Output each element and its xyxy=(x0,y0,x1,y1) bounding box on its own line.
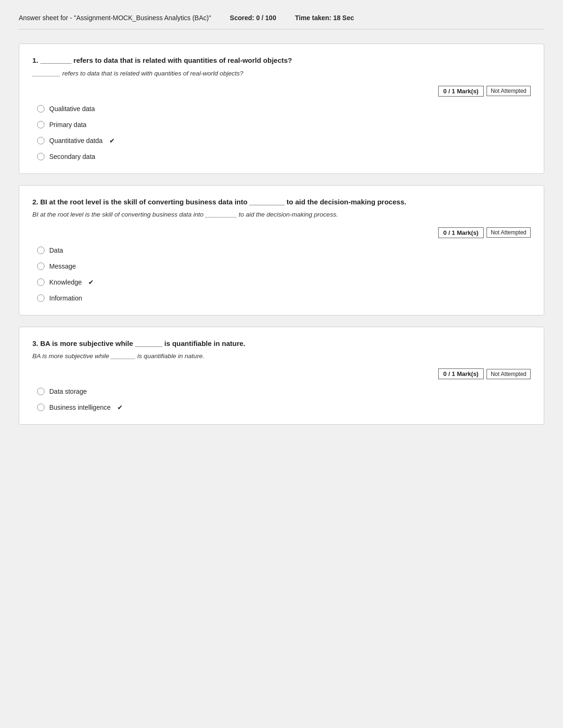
radio-circle-3-1 xyxy=(37,388,45,395)
radio-circle-2-2 xyxy=(37,263,45,270)
option-label-2-1: Data xyxy=(49,247,63,254)
marks-row-2: 0 / 1 Mark(s)Not Attempted xyxy=(32,227,531,238)
option-label-2-4: Information xyxy=(49,294,82,302)
option-label-2-3: Knowledge xyxy=(49,278,82,286)
options-list-1: Qualitative dataPrimary dataQuantitative… xyxy=(32,105,531,160)
option-item-3-1[interactable]: Data storage xyxy=(37,388,531,395)
option-label-3-1: Data storage xyxy=(49,388,87,395)
marks-row-3: 0 / 1 Mark(s)Not Attempted xyxy=(32,368,531,379)
question-card-1: 1. ________ refers to data that is relat… xyxy=(19,44,544,174)
radio-circle-1-4 xyxy=(37,153,45,160)
radio-circle-2-4 xyxy=(37,294,45,302)
option-item-1-3[interactable]: Quantitative datda✔ xyxy=(37,137,531,144)
option-item-2-4[interactable]: Information xyxy=(37,294,531,302)
questions-container: 1. ________ refers to data that is relat… xyxy=(19,44,544,425)
page-header: Answer sheet for - "Assignment-MOCK_Busi… xyxy=(19,9,544,30)
correct-checkmark-2-3: ✔ xyxy=(88,278,94,286)
question-italic-3: BA is more subjective while _______ is q… xyxy=(32,352,531,361)
marks-box-1: 0 / 1 Mark(s) xyxy=(438,86,484,97)
option-item-1-2[interactable]: Primary data xyxy=(37,121,531,128)
radio-circle-3-2 xyxy=(37,404,45,411)
question-text-3: 3. BA is more subjective while _______ i… xyxy=(32,338,531,349)
question-card-3: 3. BA is more subjective while _______ i… xyxy=(19,327,544,425)
question-text-2: 2. BI at the root level is the skill of … xyxy=(32,197,531,208)
option-item-1-4[interactable]: Secondary data xyxy=(37,153,531,160)
status-badge-1: Not Attempted xyxy=(487,86,531,96)
option-label-1-1: Qualitative data xyxy=(49,105,95,113)
option-label-1-2: Primary data xyxy=(49,121,86,128)
status-badge-2: Not Attempted xyxy=(487,227,531,238)
options-list-2: DataMessageKnowledge✔Information xyxy=(32,247,531,302)
marks-box-3: 0 / 1 Mark(s) xyxy=(438,368,484,379)
header-score: Scored: 0 / 100 xyxy=(230,14,276,22)
marks-row-1: 0 / 1 Mark(s)Not Attempted xyxy=(32,86,531,97)
radio-circle-2-3 xyxy=(37,278,45,286)
question-italic-2: BI at the root level is the skill of con… xyxy=(32,210,531,219)
status-badge-3: Not Attempted xyxy=(487,369,531,379)
option-label-3-2: Business intelligence xyxy=(49,404,111,411)
radio-circle-2-1 xyxy=(37,247,45,254)
option-item-2-2[interactable]: Message xyxy=(37,263,531,270)
header-title: Answer sheet for - "Assignment-MOCK_Busi… xyxy=(19,14,211,22)
correct-checkmark-1-3: ✔ xyxy=(109,137,115,144)
option-item-3-2[interactable]: Business intelligence✔ xyxy=(37,404,531,411)
question-italic-1: ________ refers to data that is related … xyxy=(32,69,531,78)
option-label-1-4: Secondary data xyxy=(49,153,95,160)
correct-checkmark-3-2: ✔ xyxy=(117,404,123,411)
radio-circle-1-1 xyxy=(37,105,45,113)
option-item-2-1[interactable]: Data xyxy=(37,247,531,254)
option-label-1-3: Quantitative datda xyxy=(49,137,103,144)
options-list-3: Data storageBusiness intelligence✔ xyxy=(32,388,531,411)
option-item-1-1[interactable]: Qualitative data xyxy=(37,105,531,113)
option-item-2-3[interactable]: Knowledge✔ xyxy=(37,278,531,286)
marks-box-2: 0 / 1 Mark(s) xyxy=(438,227,484,238)
radio-circle-1-3 xyxy=(37,137,45,144)
question-card-2: 2. BI at the root level is the skill of … xyxy=(19,185,544,315)
radio-circle-1-2 xyxy=(37,121,45,128)
question-text-1: 1. ________ refers to data that is relat… xyxy=(32,55,531,66)
option-label-2-2: Message xyxy=(49,263,76,270)
header-time: Time taken: 18 Sec xyxy=(295,14,354,22)
